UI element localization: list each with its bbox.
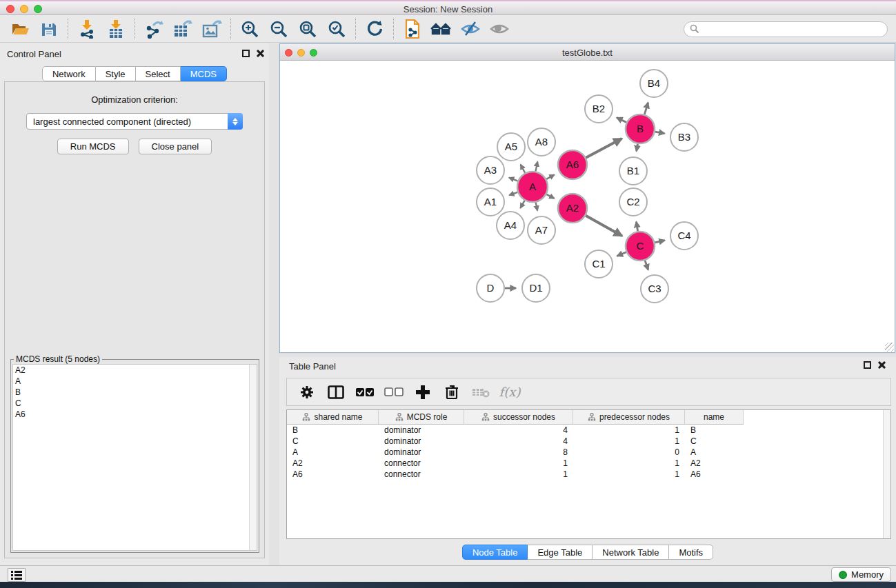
table-row[interactable]: Adominator80A	[287, 447, 890, 458]
node-C2[interactable]: C2	[619, 188, 647, 216]
tab-style[interactable]: Style	[96, 66, 136, 81]
export-image-icon[interactable]	[197, 17, 226, 41]
list-scrollbar[interactable]	[249, 365, 257, 550]
node-A1[interactable]: A1	[477, 188, 504, 216]
edge-A-A4[interactable]	[520, 201, 524, 208]
search-field[interactable]	[684, 21, 888, 37]
node-A6[interactable]: A6	[558, 150, 587, 179]
node-A5[interactable]: A5	[497, 133, 525, 161]
edge-C-C3[interactable]	[645, 261, 648, 270]
export-network-icon[interactable]	[139, 17, 168, 41]
table-options-icon[interactable]	[294, 381, 320, 403]
node-C4[interactable]: C4	[670, 222, 698, 250]
node-C1[interactable]: C1	[585, 250, 613, 278]
node-A2[interactable]: A2	[558, 194, 587, 223]
edge-A-A3[interactable]	[509, 178, 518, 181]
import-network-icon[interactable]	[72, 17, 101, 41]
node-B2[interactable]: B2	[585, 95, 613, 123]
edge-A-A7[interactable]	[536, 203, 537, 211]
tab-network-table[interactable]: Network Table	[593, 545, 669, 560]
edge-B-B2[interactable]	[617, 118, 626, 123]
network-view-window[interactable]: testGlobe.txt B4B2BB3A5A8A6A3B1AA1C2A2A4…	[279, 43, 895, 353]
edge-A-A2[interactable]	[546, 194, 554, 199]
mcds-result-list[interactable]: A2ABCA6	[12, 364, 257, 551]
tab-motifs[interactable]: Motifs	[669, 545, 713, 560]
node-A8[interactable]: A8	[528, 128, 555, 156]
float-panel-icon[interactable]	[242, 50, 250, 57]
edge-A-A1[interactable]	[509, 192, 517, 195]
node-B[interactable]: B	[626, 114, 655, 143]
save-session-icon[interactable]	[34, 17, 63, 41]
tab-edge-table[interactable]: Edge Table	[528, 545, 593, 560]
column-header-shared-name[interactable]: shared name	[287, 410, 379, 424]
node-A3[interactable]: A3	[477, 156, 504, 184]
column-header-successor-nodes[interactable]: successor nodes	[464, 410, 573, 424]
refresh-icon[interactable]	[360, 17, 389, 41]
node-A[interactable]: A	[517, 172, 548, 202]
node-C3[interactable]: C3	[641, 275, 668, 303]
edge-B-B4[interactable]	[644, 103, 648, 114]
node-A4[interactable]: A4	[497, 212, 524, 239]
select-all-columns-icon[interactable]	[352, 381, 378, 403]
table-row[interactable]: A2connector11A2	[287, 458, 890, 469]
edge-A-A5[interactable]	[521, 165, 525, 173]
mcds-result-item[interactable]: C	[13, 398, 257, 409]
table-row[interactable]: Cdominator41C	[287, 436, 890, 447]
float-table-panel-icon[interactable]	[864, 361, 871, 369]
edge-C-C1[interactable]	[617, 252, 626, 256]
tab-mcds[interactable]: MCDS	[181, 66, 227, 81]
table-row[interactable]: Bdominator41B	[287, 425, 890, 436]
resize-grip[interactable]	[885, 343, 894, 352]
mcds-result-item[interactable]: A6	[13, 409, 257, 420]
import-table-icon[interactable]	[101, 17, 130, 41]
hide-details-icon[interactable]	[456, 17, 485, 41]
close-panel-button[interactable]: Close panel	[139, 139, 212, 154]
edge-A-A6[interactable]	[546, 174, 555, 179]
mcds-result-item[interactable]: B	[13, 387, 257, 398]
show-all-networks-icon[interactable]	[427, 17, 456, 41]
column-header-predecessor-nodes[interactable]: predecessor nodes	[573, 410, 685, 424]
edge-B-B3[interactable]	[655, 132, 665, 134]
open-file-icon[interactable]	[6, 17, 34, 41]
mcds-result-item[interactable]: A	[13, 376, 257, 387]
run-mcds-button[interactable]: Run MCDS	[57, 139, 129, 154]
zoom-selected-icon[interactable]	[322, 17, 351, 41]
memory-button[interactable]: Memory	[831, 567, 891, 582]
edge-A6-B[interactable]	[586, 139, 621, 158]
show-column-panel-icon[interactable]	[323, 381, 349, 403]
table-scrollbar[interactable]	[883, 410, 890, 538]
delete-table-icon[interactable]	[468, 381, 494, 403]
tab-node-table[interactable]: Node Table	[462, 545, 528, 560]
zoom-fit-icon[interactable]	[293, 17, 322, 41]
close-table-panel-icon[interactable]	[877, 361, 885, 369]
network-file-icon[interactable]	[398, 17, 427, 41]
close-panel-icon[interactable]	[256, 50, 263, 57]
mcds-result-item[interactable]: A2	[13, 365, 257, 376]
search-input[interactable]	[703, 24, 882, 34]
edge-C-C2[interactable]	[636, 222, 637, 232]
node-D[interactable]: D	[477, 274, 504, 302]
network-canvas[interactable]: B4B2BB3A5A8A6A3B1AA1C2A2A4A7C4CC1C3DD1	[280, 61, 895, 352]
node-B3[interactable]: B3	[670, 123, 698, 151]
task-history-button[interactable]	[8, 568, 26, 582]
column-header-MCDS-role[interactable]: MCDS role	[379, 410, 464, 424]
node-B4[interactable]: B4	[640, 70, 668, 97]
tab-select[interactable]: Select	[136, 66, 181, 81]
table-row[interactable]: A6connector11A6	[287, 469, 890, 480]
column-header-name[interactable]: name	[685, 410, 744, 424]
zoom-in-icon[interactable]	[235, 17, 264, 41]
edge-B-B1[interactable]	[637, 144, 638, 152]
tab-network[interactable]: Network	[42, 66, 96, 81]
edge-A2-C[interactable]	[586, 216, 622, 236]
export-table-icon[interactable]	[168, 17, 197, 41]
edge-A-A8[interactable]	[536, 161, 538, 171]
edge-C-C4[interactable]	[655, 241, 664, 243]
criterion-dropdown[interactable]: largest connected component (directed)	[26, 113, 243, 130]
node-D1[interactable]: D1	[522, 274, 550, 302]
node-table[interactable]: shared nameMCDS rolesuccessor nodesprede…	[286, 409, 891, 539]
node-B1[interactable]: B1	[619, 157, 647, 185]
unselect-all-columns-icon[interactable]	[381, 381, 407, 403]
show-graphics-details-icon[interactable]	[485, 17, 514, 41]
delete-column-icon[interactable]	[439, 381, 465, 403]
node-C[interactable]: C	[626, 232, 655, 261]
